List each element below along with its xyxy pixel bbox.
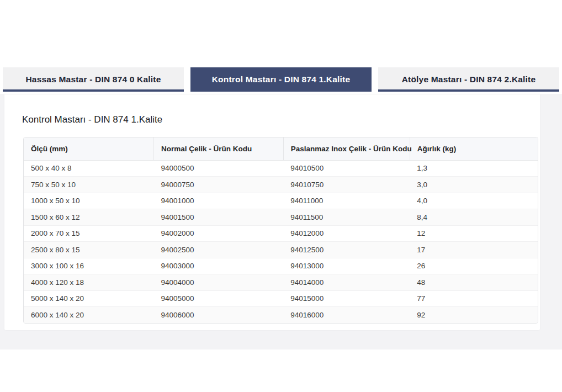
table-row: 500 x 40 x 8 94000500 94010500 1,3 [24, 160, 538, 177]
cell-inox-kod: 94013000 [283, 258, 410, 274]
cell-olcu: 500 x 40 x 8 [24, 160, 154, 177]
cell-inox-kod: 94015000 [283, 290, 410, 307]
cell-normal-kod: 94003000 [154, 258, 284, 274]
cell-agirlik: 77 [410, 290, 538, 307]
table-row: 1000 x 50 x 10 94001000 94011000 4,0 [24, 193, 538, 209]
cell-inox-kod: 94010500 [283, 160, 410, 177]
tab-bar: Hassas Mastar - DIN 874 0 Kalite Kontrol… [3, 67, 559, 92]
column-header-normal-celik: Normal Çelik - Ürün Kodu [154, 137, 284, 160]
column-header-paslanmaz-celik: Paslanmaz Inox Çelik - Ürün Kodu [283, 137, 410, 160]
cell-olcu: 1500 x 60 x 12 [24, 209, 154, 226]
cell-normal-kod: 94000750 [154, 177, 284, 193]
cell-agirlik: 4,0 [410, 193, 538, 209]
cell-normal-kod: 94002500 [154, 242, 284, 258]
table-row: 6000 x 140 x 20 94006000 94016000 92 [24, 307, 538, 324]
cell-agirlik: 12 [410, 225, 538, 242]
table-row: 5000 x 140 x 20 94005000 94015000 77 [24, 290, 538, 307]
cell-olcu: 4000 x 120 x 18 [24, 274, 154, 291]
cell-normal-kod: 94005000 [154, 290, 284, 307]
table-row: 4000 x 120 x 18 94004000 94014000 48 [24, 274, 538, 291]
cell-normal-kod: 94000500 [154, 160, 284, 177]
cell-agirlik: 26 [410, 258, 538, 274]
cell-inox-kod: 94012000 [283, 225, 410, 242]
cell-olcu: 2000 x 70 x 15 [24, 225, 154, 242]
table-header-row: Ölçü (mm) Normal Çelik - Ürün Kodu Pasla… [24, 137, 538, 160]
cell-normal-kod: 94001500 [154, 209, 284, 226]
cell-olcu: 6000 x 140 x 20 [24, 307, 154, 324]
cell-normal-kod: 94006000 [154, 307, 284, 324]
cell-agirlik: 3,0 [410, 177, 538, 193]
table-row: 2500 x 80 x 15 94002500 94012500 17 [24, 242, 538, 258]
cell-normal-kod: 94001000 [154, 193, 284, 209]
cell-agirlik: 48 [410, 274, 538, 291]
cell-olcu: 5000 x 140 x 20 [24, 290, 154, 307]
product-table-frame: Ölçü (mm) Normal Çelik - Ürün Kodu Pasla… [23, 137, 538, 324]
table-row: 750 x 50 x 10 94000750 94010750 3,0 [24, 177, 538, 193]
cell-inox-kod: 94012500 [283, 242, 410, 258]
tab-content-section: Kontrol Mastarı - DIN 874 1.Kalite Ölçü … [0, 94, 562, 349]
table-row: 1500 x 60 x 12 94001500 94011500 8,4 [24, 209, 538, 226]
cell-inox-kod: 94011500 [283, 209, 410, 226]
cell-inox-kod: 94010750 [283, 177, 410, 193]
tab-hassas-mastar[interactable]: Hassas Mastar - DIN 874 0 Kalite [3, 67, 184, 92]
cell-agirlik: 17 [410, 242, 538, 258]
product-table: Ölçü (mm) Normal Çelik - Ürün Kodu Pasla… [24, 137, 538, 323]
tab-kontrol-mastari[interactable]: Kontrol Mastarı - DIN 874 1.Kalite [190, 67, 372, 92]
cell-olcu: 2500 x 80 x 15 [24, 242, 154, 258]
column-header-agirlik: Ağırlık (kg) [410, 137, 538, 160]
cell-normal-kod: 94004000 [154, 274, 284, 291]
cell-olcu: 750 x 50 x 10 [24, 177, 154, 193]
tab-atolye-mastari[interactable]: Atölye Mastarı - DIN 874 2.Kalite [378, 67, 559, 92]
cell-agirlik: 1,3 [410, 160, 538, 177]
cell-inox-kod: 94016000 [283, 307, 410, 324]
panel-title: Kontrol Mastarı - DIN 874 1.Kalite [22, 114, 162, 125]
cell-agirlik: 92 [410, 307, 538, 324]
cell-olcu: 1000 x 50 x 10 [24, 193, 154, 209]
cell-inox-kod: 94011000 [283, 193, 410, 209]
content-card: Kontrol Mastarı - DIN 874 1.Kalite Ölçü … [4, 94, 540, 330]
table-row: 2000 x 70 x 15 94002000 94012000 12 [24, 225, 538, 242]
cell-inox-kod: 94014000 [283, 274, 410, 291]
cell-olcu: 3000 x 100 x 16 [24, 258, 154, 274]
column-header-olcu: Ölçü (mm) [24, 137, 154, 160]
cell-agirlik: 8,4 [410, 209, 538, 226]
table-row: 3000 x 100 x 16 94003000 94013000 26 [24, 258, 538, 274]
cell-normal-kod: 94002000 [154, 225, 284, 242]
